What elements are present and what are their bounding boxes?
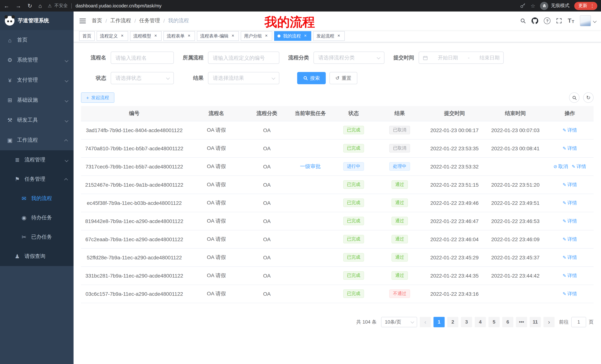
- result-select[interactable]: 请选择流结果: [208, 72, 279, 84]
- key-icon[interactable]: [520, 3, 526, 9]
- close-icon[interactable]: ×: [153, 33, 158, 38]
- font-size-icon[interactable]: TT: [568, 18, 574, 24]
- result-badge: 通过: [391, 180, 408, 189]
- sidebar-item-workflow[interactable]: ▣ 工作流程: [0, 130, 74, 150]
- create-process-button[interactable]: + 发起流程: [81, 92, 114, 103]
- search-button[interactable]: 搜索: [297, 72, 326, 84]
- address-bar[interactable]: ⚠ 不安全 dashboard.yudao.iocoder.cn/bpm/tas…: [48, 3, 520, 9]
- breadcrumb-task-mgmt[interactable]: 任务管理: [139, 18, 160, 24]
- tab-home[interactable]: 首页: [79, 31, 95, 41]
- select-placeholder: 请选择流程分类: [318, 54, 355, 61]
- submit-time-range-picker[interactable]: 开始日期 - 结束日期: [419, 52, 504, 64]
- browser-update-button[interactable]: 更新 ⋮: [574, 2, 597, 10]
- tab-user-group[interactable]: 用户分组 ×: [241, 31, 272, 41]
- close-icon[interactable]: ×: [336, 33, 341, 38]
- tab-start-process[interactable]: 发起流程 ×: [313, 31, 345, 41]
- hamburger-icon[interactable]: [74, 18, 92, 24]
- tab-process-form-edit[interactable]: 流程表单-编辑 ×: [197, 31, 239, 41]
- tab-process-model[interactable]: 流程模型 ×: [130, 31, 161, 41]
- detail-link[interactable]: ✎详情: [572, 163, 586, 170]
- show-search-button[interactable]: [569, 92, 580, 103]
- edit-icon: ✎: [562, 218, 566, 224]
- detail-link[interactable]: ✎详情: [562, 254, 577, 261]
- detail-link[interactable]: ✎详情: [562, 218, 577, 224]
- url-text[interactable]: dashboard.yudao.iocoder.cn/bpm/task/my: [76, 3, 161, 8]
- sidebar-item-dev-tools[interactable]: ⚒ 研发工具: [0, 110, 74, 130]
- page-button-3[interactable]: 3: [461, 317, 472, 327]
- page-button-6[interactable]: 6: [502, 317, 513, 327]
- user-menu[interactable]: [580, 15, 596, 26]
- sidebar-item-infrastructure[interactable]: ⊞ 基础设施: [0, 90, 74, 110]
- sidebar-item-task-mgmt[interactable]: ⚑ 任务管理: [0, 170, 74, 189]
- detail-link[interactable]: ✎详情: [562, 290, 577, 297]
- detail-link[interactable]: ✎详情: [562, 181, 577, 188]
- close-icon[interactable]: ×: [186, 33, 192, 38]
- breadcrumb-workflow[interactable]: 工作流程: [110, 18, 131, 24]
- status-select[interactable]: 请选择状态: [111, 72, 174, 84]
- sidebar-item-process-mgmt[interactable]: ≣ 流程管理: [0, 150, 74, 170]
- detail-link[interactable]: ✎详情: [562, 145, 577, 152]
- status-badge: 已完成: [343, 144, 364, 153]
- breadcrumb: 首页 / 工作流程 / 任务管理 / 我的流程: [92, 18, 189, 24]
- page-button-2[interactable]: 2: [447, 317, 458, 327]
- page-button-11[interactable]: 11: [530, 317, 541, 327]
- close-icon[interactable]: ×: [120, 33, 125, 38]
- fullscreen-icon[interactable]: [556, 18, 562, 24]
- tab-process-form[interactable]: 流程表单 ×: [163, 31, 195, 41]
- cell-id: 67c2eaab-7b9a-11ec-a290-acde48001122: [81, 230, 188, 248]
- search-icon[interactable]: [520, 18, 526, 24]
- sidebar-item-system-mgmt[interactable]: ⚙ 系统管理: [0, 50, 74, 70]
- sidebar-item-home[interactable]: ⌂ 首页: [0, 30, 74, 50]
- sidebar-item-my-process[interactable]: ✉ 我的流程: [0, 189, 74, 208]
- sidebar: 芋道管理系统 ⌂ 首页 ⚙ 系统管理 ¥ 支付管理 ⊞ 基础设施 ⚒ 研发工具 …: [0, 11, 74, 364]
- app-logo[interactable]: 芋道管理系统: [0, 11, 74, 30]
- forward-icon[interactable]: →: [16, 3, 21, 9]
- cell-category: OA: [245, 212, 289, 230]
- close-icon[interactable]: ×: [264, 33, 269, 38]
- close-icon[interactable]: ×: [230, 33, 235, 38]
- current-task-link[interactable]: 一级审批: [300, 163, 321, 169]
- cell-submit-time: 2022-01-22 23:49:46: [424, 194, 485, 212]
- detail-link[interactable]: ✎详情: [562, 127, 577, 133]
- detail-link[interactable]: ✎详情: [562, 272, 577, 279]
- browser-home-icon[interactable]: ⌂: [39, 3, 42, 9]
- avatar[interactable]: [580, 15, 591, 26]
- cell-id: 7317cec6-7b9b-11ec-b5b7-acde48001122: [81, 157, 188, 175]
- process-definition-label: 所属流程: [183, 54, 204, 61]
- process-definition-input[interactable]: [208, 52, 279, 64]
- reload-icon[interactable]: ↻: [28, 3, 32, 9]
- cell-end-time: 2022-01-23 00:08:41: [485, 139, 546, 157]
- reset-button[interactable]: ↺ 重置: [330, 72, 357, 84]
- help-icon[interactable]: ?: [544, 18, 551, 24]
- cancel-link[interactable]: ⊘取消: [553, 163, 568, 170]
- close-icon[interactable]: ×: [303, 33, 308, 38]
- tab-process-definition[interactable]: 流程定义 ×: [97, 31, 128, 41]
- page-button-4[interactable]: 4: [475, 317, 486, 327]
- page-size-select[interactable]: 10条/页: [381, 317, 417, 327]
- breadcrumb-home[interactable]: 首页: [92, 18, 102, 24]
- tab-my-process[interactable]: 我的流程 ×: [274, 31, 311, 41]
- sidebar-item-done-tasks[interactable]: ✂ 已办任务: [0, 228, 74, 247]
- next-page-button[interactable]: ›: [543, 317, 555, 327]
- cell-id: ec45f38f-7b9a-11ec-b03b-acde48001122: [81, 194, 188, 212]
- detail-link[interactable]: ✎详情: [562, 200, 577, 206]
- detail-link[interactable]: ✎详情: [562, 236, 577, 242]
- prev-page-button[interactable]: ‹: [420, 317, 431, 327]
- category-select[interactable]: 请选择流程分类: [313, 52, 384, 64]
- refresh-button[interactable]: ↻: [583, 92, 594, 103]
- page-button-5[interactable]: 5: [489, 317, 500, 327]
- more-pages-button[interactable]: •••: [516, 317, 527, 327]
- github-icon[interactable]: [532, 18, 538, 24]
- process-name-input[interactable]: [111, 52, 174, 64]
- back-icon[interactable]: ←: [4, 3, 9, 9]
- table-header-row: 编号 流程名 流程分类 当前审批任务 状态 结果 提交时间 结束时间 操作: [81, 106, 594, 121]
- bookmark-star-icon[interactable]: ☆: [531, 3, 535, 9]
- sidebar-item-leave-query[interactable]: ♟ 请假查询: [0, 247, 74, 266]
- sidebar-item-payment-mgmt[interactable]: ¥ 支付管理: [0, 70, 74, 90]
- menu-dots-icon[interactable]: ⋮: [590, 3, 595, 9]
- page-button-1[interactable]: 1: [433, 317, 445, 327]
- sidebar-item-todo-tasks[interactable]: ◉ 待办任务: [0, 208, 74, 228]
- page-jump-input[interactable]: [571, 317, 586, 327]
- status-badge: 已完成: [343, 180, 364, 189]
- scissors-icon: ✂: [21, 234, 27, 240]
